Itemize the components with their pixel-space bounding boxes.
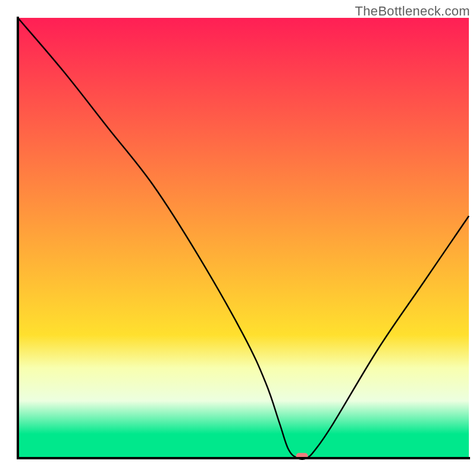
watermark-label: TheBottleneck.com [355, 4, 470, 19]
chart-container: { "watermark": "TheBottleneck.com", "cha… [0, 0, 476, 476]
plot-background [18, 18, 469, 458]
bottleneck-chart [0, 0, 476, 476]
